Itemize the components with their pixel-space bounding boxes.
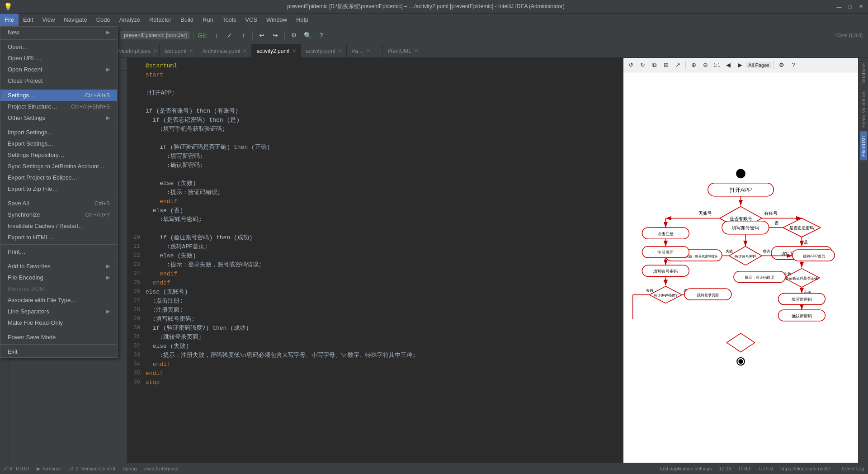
menu-line-separators[interactable]: Line Separators ▶ (0, 306, 117, 317)
minimize-btn[interactable]: — (835, 3, 843, 10)
menu-tools[interactable]: Tools (218, 14, 241, 26)
toolbar-vcs-commit[interactable]: ✓ (223, 29, 236, 42)
code-line-33: 33 :提示：注册失败，密码强度低\n密码必须包含大写字母、小写字母、\n数字、… (127, 351, 623, 360)
menu-code[interactable]: Code (92, 14, 115, 26)
vtab-plantuml-right[interactable]: PlantUML (860, 131, 867, 160)
tab-close-plantuml[interactable]: ✕ (414, 48, 418, 54)
menu-invalidate-caches[interactable]: Invalidate Caches / Restart… (0, 220, 117, 232)
menu-print[interactable]: Print… (0, 246, 117, 257)
menu-export-eclipse[interactable]: Export Project to Eclipse… (0, 172, 117, 183)
vtab-database[interactable]: Database (860, 60, 867, 88)
menu-navigate[interactable]: Navigate (59, 14, 91, 26)
menu-analyze[interactable]: Analyze (115, 14, 145, 26)
menu-export-html[interactable]: Export to HTML… (0, 232, 117, 243)
menu-open-url[interactable]: Open URL… (0, 52, 117, 64)
toolbar-settings[interactable]: ⚙ (288, 29, 300, 42)
tab-pa[interactable]: Pa… ✕ (347, 44, 383, 57)
toolbar-search[interactable]: 🔍 (301, 29, 314, 42)
menu-file[interactable]: File (0, 14, 19, 26)
menu-export-zip[interactable]: Export to Zip File… (0, 183, 117, 194)
toolbar-sep-5 (284, 31, 285, 40)
status-java-enterprise[interactable]: Java Enterprise (144, 466, 178, 471)
diag-copy[interactable]: ⧉ (649, 60, 660, 71)
menu-open[interactable]: Open… (0, 41, 117, 52)
menu-window[interactable]: Window (262, 14, 292, 26)
status-charset[interactable]: UTF-8 (759, 466, 773, 471)
diag-prev[interactable]: ◀ (723, 60, 734, 71)
status-todo[interactable]: ✓ 6: TODO (4, 466, 29, 472)
vtab-beam-validation[interactable]: Beam Validation (860, 88, 867, 131)
menu-open-recent[interactable]: Open Recent ▶ (0, 64, 117, 75)
menu-edit[interactable]: Edit (19, 14, 38, 26)
menu-refactor[interactable]: Refactor (145, 14, 176, 26)
tab-test[interactable]: test.puml ✕ (160, 44, 198, 57)
menu-file-encoding[interactable]: File Encoding ▶ (0, 272, 117, 283)
status-spring[interactable]: Spring (123, 466, 137, 471)
diag-refresh2[interactable]: ↻ (637, 60, 648, 71)
toolbar-git-btn[interactable]: Git: (196, 29, 209, 42)
menu-other-settings[interactable]: Other Settings ▶ (0, 112, 117, 123)
svg-text:是否忘记密码: 是否忘记密码 (789, 226, 814, 230)
tab-close-activity[interactable]: ✕ (338, 48, 342, 54)
tab-activity[interactable]: activity.puml ✕ (301, 44, 347, 57)
menu-settings[interactable]: Settings… Ctrl+Alt+S (0, 90, 117, 101)
close-btn[interactable]: ✕ (857, 3, 864, 10)
status-terminal[interactable]: ▶ Terminal (37, 466, 61, 472)
tab-activity2[interactable]: activity2.puml ✕ (252, 44, 301, 57)
status-line-col[interactable]: 12:15 (719, 466, 732, 471)
diag-sep2 (774, 61, 774, 69)
status-vcs[interactable]: ⎇ 2: Version Control (68, 466, 115, 472)
menu-view[interactable]: View (38, 14, 59, 26)
menu-run[interactable]: Run (198, 14, 218, 26)
status-event-log[interactable]: Event Log (842, 466, 864, 471)
svg-point-66 (738, 359, 743, 364)
window-controls[interactable]: — □ ✕ (835, 3, 864, 10)
menu-synchronize[interactable]: Synchronize Ctrl+Alt+Y (0, 209, 117, 220)
diag-zoom-in[interactable]: ⊕ (688, 60, 699, 71)
tab-close-activity2[interactable]: ✕ (292, 48, 296, 54)
menu-export-settings[interactable]: Export Settings… (0, 138, 117, 149)
menu-help[interactable]: Help (292, 14, 313, 26)
toolbar-vcs-update[interactable]: ↓ (210, 29, 222, 42)
code-line-24: 24 endif (127, 270, 623, 279)
menu-close-project[interactable]: Close Project (0, 75, 117, 86)
status-crlf[interactable]: CRLF (739, 466, 752, 471)
app-logo: 💡 (4, 2, 13, 11)
menu-make-read-only[interactable]: Make File Read-Only (0, 317, 117, 328)
menu-remove-bom: Remove BOM (0, 283, 117, 294)
menu-add-favorites[interactable]: Add to Favorites ▶ (0, 261, 117, 272)
diag-refresh[interactable]: ↺ (625, 60, 636, 71)
tab-archimate[interactable]: Archimate.puml ✕ (198, 44, 252, 57)
menu-settings-repository[interactable]: Settings Repository… (0, 149, 117, 161)
menu-build[interactable]: Build (176, 14, 198, 26)
maximize-btn[interactable]: □ (846, 3, 854, 10)
toolbar-undo[interactable]: ↩ (255, 29, 268, 42)
diag-settings[interactable]: ⚙ (776, 60, 787, 71)
diag-next[interactable]: ▶ (735, 60, 745, 71)
menu-exit[interactable]: Exit (0, 346, 117, 357)
menu-project-structure[interactable]: Project Structure… Ctrl+Alt+Shift+S (0, 101, 117, 112)
status-url[interactable]: https://blog.csdn.net/D… (780, 466, 835, 471)
tab-close-test[interactable]: ✕ (189, 48, 193, 54)
diag-zoom-out[interactable]: ⊖ (700, 60, 711, 71)
menu-import-settings[interactable]: Import Settings… (0, 127, 117, 138)
diag-help[interactable]: ? (788, 60, 799, 71)
svg-text:验证密码强度?: 验证密码强度? (654, 293, 678, 298)
tab-close-pa[interactable]: ✕ (366, 48, 370, 54)
menu-power-save[interactable]: Power Save Mode (0, 332, 117, 343)
menu-save-all[interactable]: Save All Ctrl+S (0, 198, 117, 209)
menu-new[interactable]: New ▶ (0, 27, 117, 38)
tab-plantuml[interactable]: PlantUML ✕ (383, 44, 423, 57)
menu-vcs[interactable]: VCS (241, 14, 262, 26)
toolbar-vcs-push[interactable]: ↑ (237, 29, 250, 42)
toolbar-redo[interactable]: ↪ (269, 29, 282, 42)
diag-grid[interactable]: ⊞ (660, 60, 671, 71)
tab-close-archimate[interactable]: ✕ (243, 48, 247, 54)
menu-associate-file-type[interactable]: Associate with File Type… (0, 294, 117, 306)
right-vertical-tabs: Database Beam Validation PlantUML (858, 58, 868, 463)
toolbar-help[interactable]: ? (315, 29, 327, 42)
menu-sync-settings[interactable]: Sync Settings to JetBrains Account… (0, 161, 117, 172)
diag-export[interactable]: ↗ (672, 60, 683, 71)
code-editor[interactable]: @startuml start :打开APP; if (是否有账号) then … (127, 58, 623, 463)
tab-close-equipment[interactable]: ✕ (153, 48, 157, 54)
